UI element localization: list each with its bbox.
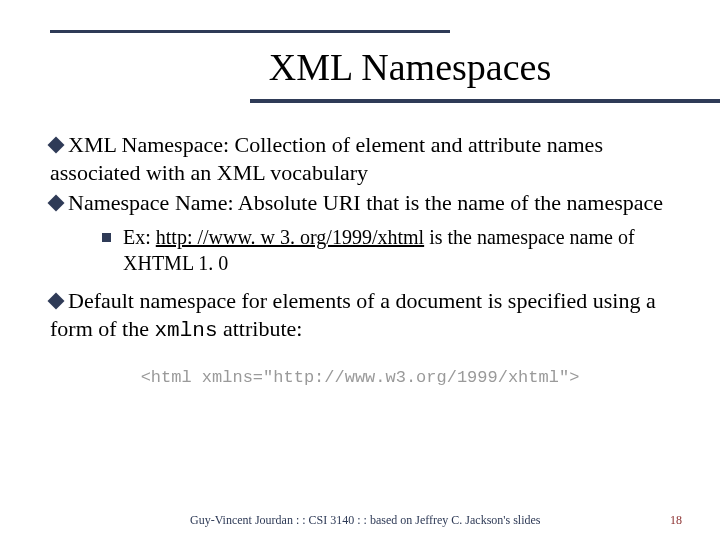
title-rule-bottom	[250, 99, 720, 103]
sub-bullet-1: Ex: http: //www. w 3. org/1999/xhtml is …	[102, 225, 670, 276]
diamond-icon	[48, 137, 65, 154]
sub1-link: http: //www. w 3. org/1999/xhtml	[156, 226, 424, 248]
bullet-3-suffix: attribute:	[217, 316, 302, 341]
bullet-1-text: XML Namespace: Collection of element and…	[50, 132, 603, 185]
slide-title: XML Namespaces	[150, 45, 670, 89]
sub-bullet-list: Ex: http: //www. w 3. org/1999/xhtml is …	[102, 225, 670, 276]
page-number: 18	[670, 513, 682, 528]
bullet-3-code: xmlns	[154, 319, 217, 342]
sub-bullet-text: Ex: http: //www. w 3. org/1999/xhtml is …	[123, 225, 670, 276]
bullet-2-text: Namespace Name: Absolute URI that is the…	[68, 190, 663, 215]
sub1-prefix: Ex:	[123, 226, 156, 248]
bullet-1: XML Namespace: Collection of element and…	[50, 131, 670, 187]
bullet-3-prefix: Default namespace for elements of a docu…	[50, 288, 656, 341]
square-icon	[102, 233, 111, 242]
slide-container: XML Namespaces XML Namespace: Collection…	[0, 0, 720, 540]
bullet-3: Default namespace for elements of a docu…	[50, 287, 670, 345]
title-rule-top	[50, 30, 450, 33]
code-block: <html xmlns="http://www.w3.org/1999/xhtm…	[50, 367, 670, 389]
bullet-2: Namespace Name: Absolute URI that is the…	[50, 189, 670, 217]
footer-text: Guy-Vincent Jourdan : : CSI 3140 : : bas…	[190, 513, 541, 528]
diamond-icon	[48, 195, 65, 212]
footer: Guy-Vincent Jourdan : : CSI 3140 : : bas…	[0, 513, 720, 528]
content-area: XML Namespace: Collection of element and…	[50, 131, 670, 388]
diamond-icon	[48, 292, 65, 309]
